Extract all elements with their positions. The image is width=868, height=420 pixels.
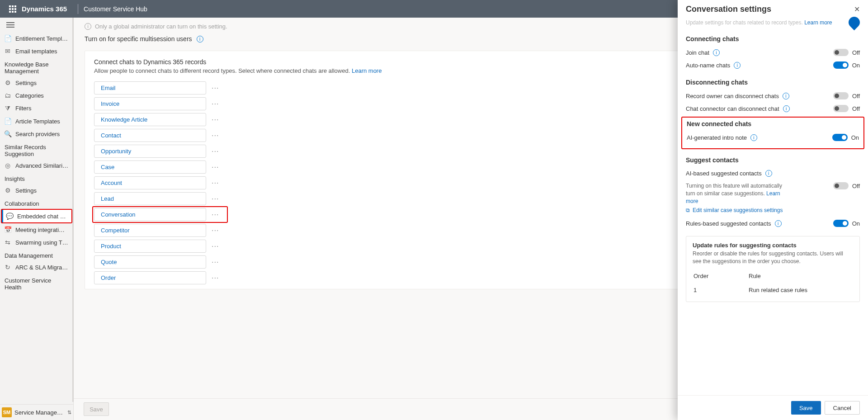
nav-group-title: Knowledge Base Management: [0, 57, 73, 76]
nav-icon: ↻: [4, 264, 12, 271]
nav-label: ARC & SLA Migra…: [15, 264, 68, 271]
toggle-state: Off: [852, 105, 860, 112]
info-icon[interactable]: i: [783, 93, 789, 99]
toggle-state: On: [852, 220, 860, 227]
record-label: Opportunity: [101, 148, 131, 155]
info-icon[interactable]: i: [713, 49, 720, 56]
record-label: Quote: [101, 259, 117, 265]
sidebar-item[interactable]: ⇆Swarming using T…: [0, 236, 73, 249]
record-pill[interactable]: Product: [94, 240, 206, 253]
sidebar-item[interactable]: 🗂Categories: [0, 89, 73, 102]
edit-suggestions-link[interactable]: ⧉ Edit similar case suggestions settings: [686, 207, 783, 214]
more-icon[interactable]: ···: [212, 179, 219, 187]
setting-row: Auto-name chatsi On: [686, 59, 860, 71]
record-label: Competitor: [101, 227, 130, 234]
learn-more-link[interactable]: Learn more: [804, 19, 832, 26]
info-icon[interactable]: i: [783, 105, 790, 112]
more-icon[interactable]: ···: [212, 100, 219, 108]
sidebar-item[interactable]: ⧩Filters: [0, 102, 73, 115]
app-launcher-icon[interactable]: [8, 5, 17, 14]
toggle-switch[interactable]: [833, 92, 849, 99]
sidebar-item[interactable]: ⚙Settings: [0, 76, 73, 89]
sidebar-item[interactable]: ◎Advanced Similari…: [0, 159, 73, 172]
ai-suggested-label: AI-based suggested contacts: [686, 170, 762, 177]
record-pill[interactable]: Invoice: [94, 97, 206, 110]
nav-icon: 💬: [5, 212, 14, 220]
learn-more-link[interactable]: Learn more: [352, 67, 382, 74]
section-disconnecting-chats: Disconnecting chats: [686, 79, 860, 86]
toggle-switch[interactable]: [833, 105, 849, 112]
record-label: Invoice: [101, 100, 119, 107]
sidebar-item[interactable]: 📄Entitlement Templ…: [0, 32, 73, 45]
more-icon[interactable]: ···: [212, 116, 219, 124]
ai-hint-row: Turning on this feature will automatical…: [686, 179, 860, 217]
sidebar-item[interactable]: ↻ARC & SLA Migra…: [0, 261, 73, 274]
rules-card-title: Update rules for suggesting contacts: [693, 242, 853, 249]
setting-row: Chat connector can disconnect chati Off: [686, 102, 860, 115]
record-label: Lead: [101, 195, 114, 202]
more-icon[interactable]: ···: [212, 211, 219, 219]
more-icon[interactable]: ···: [212, 163, 219, 171]
nav-label: Advanced Similari…: [15, 162, 68, 169]
record-pill[interactable]: Email: [94, 81, 206, 94]
more-icon[interactable]: ···: [212, 274, 219, 282]
panel-description: Update settings for chats related to rec…: [686, 17, 860, 28]
info-icon[interactable]: i: [765, 170, 772, 177]
toggle-switch[interactable]: [833, 61, 849, 69]
nav-icon: 📄: [4, 118, 12, 125]
more-icon[interactable]: ···: [212, 258, 219, 266]
more-icon[interactable]: ···: [212, 132, 219, 140]
panel-cancel-button[interactable]: Cancel: [825, 401, 860, 415]
panel-save-button[interactable]: Save: [791, 401, 821, 415]
rule-row[interactable]: 1Run related case rules: [693, 285, 852, 295]
setting-label: Chat connector can disconnect chat: [686, 105, 779, 112]
record-label: Conversation: [101, 211, 136, 218]
setting-row: Join chati Off: [686, 46, 860, 59]
record-label: Email: [101, 85, 116, 91]
record-pill[interactable]: Order: [94, 271, 206, 284]
chevrons-icon: ⇅: [67, 410, 71, 415]
conversation-settings-panel: Conversation settings ✕ Update settings …: [678, 0, 868, 420]
info-icon[interactable]: i: [750, 134, 757, 141]
ai-suggested-toggle[interactable]: [833, 182, 849, 189]
rules-suggested-toggle[interactable]: [833, 220, 849, 227]
close-icon[interactable]: ✕: [854, 5, 860, 14]
record-pill[interactable]: Lead: [94, 192, 206, 205]
setting-row: AI-generated intro notei On: [687, 131, 859, 144]
record-pill[interactable]: Contact: [94, 129, 206, 142]
more-icon[interactable]: ···: [212, 195, 219, 203]
sidebar-item[interactable]: ✉Email templates: [0, 45, 73, 57]
toggle-switch[interactable]: [832, 134, 848, 141]
nav-icon: ◎: [4, 162, 12, 169]
toggle-switch[interactable]: [833, 49, 849, 56]
more-icon[interactable]: ···: [212, 147, 219, 156]
nav-label: Meeting integrati…: [15, 227, 65, 233]
sidebar-item[interactable]: 📅Meeting integrati…: [0, 223, 73, 236]
nav-label: Swarming using T…: [15, 239, 68, 246]
section-suggest-contacts: Suggest contacts: [686, 156, 860, 164]
sidebar-item[interactable]: 📄Article Templates: [0, 115, 73, 127]
nav-label: Article Templates: [15, 118, 60, 125]
toggle-state: Off: [852, 93, 860, 99]
record-label: Order: [101, 274, 116, 281]
record-pill[interactable]: Competitor: [94, 224, 206, 237]
info-icon[interactable]: i: [197, 36, 203, 42]
record-pill[interactable]: Knowledge Article: [94, 113, 206, 126]
nav-label: Embedded chat u…: [17, 213, 68, 220]
info-icon[interactable]: i: [775, 220, 782, 227]
sidebar-item[interactable]: 🔍Search providers: [0, 127, 73, 140]
more-icon[interactable]: ···: [212, 227, 219, 235]
record-pill[interactable]: Case: [94, 160, 206, 174]
more-icon[interactable]: ···: [212, 84, 219, 92]
section-new-connected-chats: New connected chats: [687, 120, 859, 127]
area-switcher[interactable]: SM Service Managem… ⇅: [0, 404, 73, 420]
record-pill[interactable]: Quote: [94, 255, 206, 269]
record-pill[interactable]: Opportunity: [94, 145, 206, 158]
sidebar-item[interactable]: 💬Embedded chat u…: [2, 210, 71, 222]
sidebar-item[interactable]: ⚙Settings: [0, 184, 73, 197]
info-icon[interactable]: i: [734, 62, 741, 69]
record-pill[interactable]: Conversation: [94, 208, 206, 221]
record-pill[interactable]: Account: [94, 176, 206, 189]
sidebar-toggle[interactable]: [0, 18, 73, 32]
more-icon[interactable]: ···: [212, 242, 219, 250]
